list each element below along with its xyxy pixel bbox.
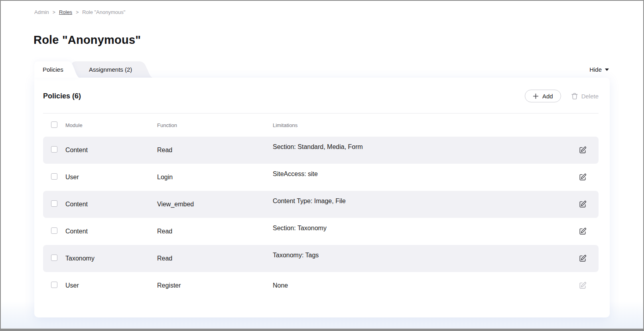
plus-icon [533,93,539,99]
row-checkbox[interactable] [51,227,57,234]
cell-function: Read [157,228,273,235]
breadcrumb-item-current: Role "Anonymous" [82,9,125,15]
delete-policy-button[interactable]: Delete [571,93,599,100]
table-body: Content Read Section: Standard, Media, F… [43,137,599,299]
table-row: User Register None [43,272,599,299]
breadcrumb-separator: > [76,10,79,15]
panel-actions: Add Delete [525,90,599,102]
tab-policies[interactable]: Policies [43,61,63,78]
edit-icon [579,282,587,290]
cell-function: Login [157,174,273,181]
row-checkbox[interactable] [51,282,57,288]
edit-policy-button[interactable] [578,254,587,263]
edit-policy-button[interactable] [578,145,587,155]
cell-function: Register [157,282,273,289]
cell-limitations: SiteAccess: site [273,170,574,178]
cell-limitations: Section: Taxonomy [273,225,574,232]
breadcrumb-item-admin[interactable]: Admin [34,9,49,15]
cell-function: View_embed [157,201,273,208]
row-checkbox[interactable] [51,200,57,207]
row-checkbox[interactable] [51,255,57,261]
table-row: Content View_embed Content Type: Image, … [43,191,599,218]
trash-icon [571,93,578,100]
tab-bar: Policies Assignments (2) Hide [34,61,610,78]
row-checkbox[interactable] [51,146,57,153]
edit-policy-button[interactable] [578,200,587,209]
breadcrumb-separator: > [53,10,55,15]
hide-toggle[interactable]: Hide [589,61,609,78]
cell-module: Taxonomy [65,255,157,262]
chevron-down-icon [605,69,609,71]
table-header: Module Function Limitations [43,114,599,137]
edit-icon [579,173,587,181]
cell-module: Content [65,228,157,235]
tab-assignments[interactable]: Assignments (2) [89,61,132,78]
edit-policy-button[interactable] [578,281,587,290]
table-row: Taxonomy Read Taxonomy: Tags [43,245,599,272]
column-header-function: Function [157,122,273,128]
cell-module: User [65,282,157,289]
cell-module: Content [65,201,157,208]
edit-icon [579,146,587,154]
add-policy-button[interactable]: Add [525,90,561,102]
panel-title: Policies (6) [43,92,81,100]
row-checkbox[interactable] [51,173,57,180]
cell-function: Read [157,147,273,154]
cell-module: User [65,174,157,181]
edit-policy-button[interactable] [578,172,587,182]
edit-icon [579,200,587,208]
edit-icon [579,255,587,262]
add-button-label: Add [542,93,553,100]
policies-panel: Policies (6) Add Delete [34,78,610,317]
cell-limitations: Taxonomy: Tags [273,252,574,259]
column-header-limitations: Limitations [273,122,574,128]
page-title: Role "Anonymous" [33,33,141,47]
breadcrumb: Admin > Roles > Role "Anonymous" [34,9,125,15]
panel-header: Policies (6) Add Delete [43,90,599,102]
table-row: User Login SiteAccess: site [43,164,599,191]
cell-module: Content [65,147,157,154]
cell-function: Read [157,255,273,262]
edit-icon [579,227,587,235]
table-row: Content Read Section: Standard, Media, F… [43,137,599,164]
edit-policy-button[interactable] [578,227,587,236]
select-all-checkbox[interactable] [51,121,57,128]
cell-limitations: Content Type: Image, File [273,198,574,205]
table-row: Content Read Section: Taxonomy [43,218,599,245]
delete-button-label: Delete [581,93,599,100]
breadcrumb-item-roles[interactable]: Roles [59,9,72,15]
column-header-module: Module [65,122,157,128]
cell-limitations: Section: Standard, Media, Form [273,143,574,151]
hide-toggle-label: Hide [589,66,602,73]
cell-limitations: None [273,282,574,289]
